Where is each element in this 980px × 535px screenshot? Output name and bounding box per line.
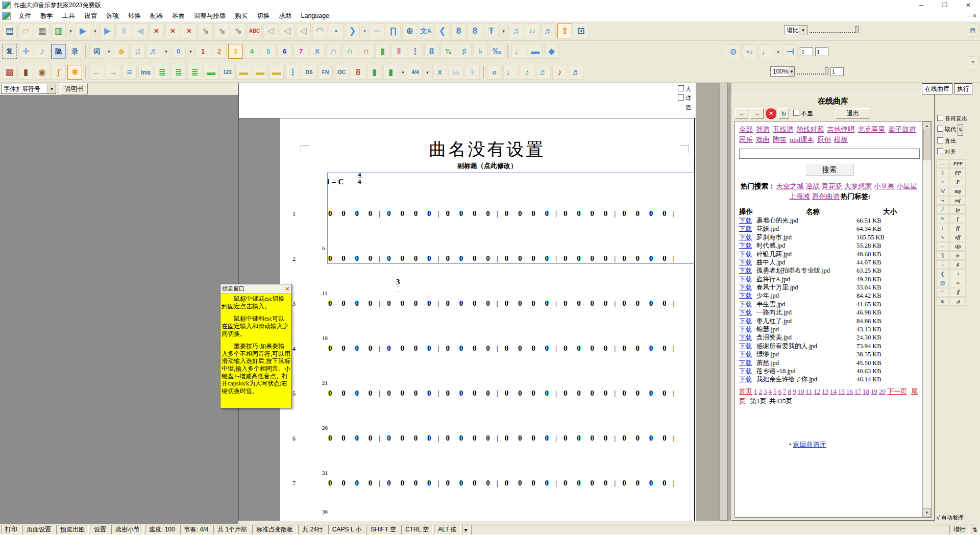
- dynamics-button[interactable]: PP: [950, 168, 966, 177]
- palette-button[interactable]: ❮: [936, 270, 949, 278]
- download-link[interactable]: 下载: [739, 266, 756, 275]
- measure[interactable]: 0 0 0 0|: [446, 209, 498, 218]
- forward-dropdown-icon[interactable]: ▾: [361, 23, 368, 38]
- measure[interactable]: 0 0 0 0|: [387, 299, 439, 308]
- nav-forward-icon[interactable]: →: [750, 108, 764, 119]
- fermata-dropdown-icon[interactable]: ▾: [500, 23, 507, 38]
- tie-end-icon[interactable]: ⊣: [783, 44, 798, 59]
- category-link[interactable]: 架子鼓谱: [889, 126, 916, 133]
- download-link[interactable]: 下载: [739, 275, 756, 284]
- clef8-icon[interactable]: 8: [424, 44, 439, 59]
- dash-yellow3-icon[interactable]: ▬: [269, 65, 284, 80]
- download-link[interactable]: 下载: [739, 367, 756, 376]
- palette-button[interactable]: ¬: [936, 196, 949, 205]
- dynamics-button[interactable]: mf: [950, 196, 966, 205]
- mini-panel-icon[interactable]: ▤: [967, 23, 979, 37]
- song-title[interactable]: 曲名没有设置: [280, 138, 694, 161]
- sax-icon[interactable]: ʃ: [51, 65, 66, 80]
- mixer-icon[interactable]: ▥: [51, 23, 66, 38]
- select-block2-icon[interactable]: ⇘: [214, 23, 229, 38]
- show-lines-icon[interactable]: ≡: [122, 65, 137, 80]
- diamond-note-icon[interactable]: ◆: [544, 44, 559, 59]
- dynamics-button[interactable]: f: [950, 214, 966, 223]
- digit-6-icon[interactable]: 6: [277, 44, 292, 59]
- sixteenth-note-icon[interactable]: ♬: [536, 65, 551, 80]
- separator[interactable]: [483, 66, 484, 79]
- dynamics-button[interactable]: fp: [950, 205, 966, 214]
- pager-page-link[interactable]: 17: [854, 387, 861, 395]
- maximize-button[interactable]: ☐: [933, 0, 957, 10]
- download-link[interactable]: 下载: [739, 317, 756, 326]
- play-icon[interactable]: ▶: [76, 23, 90, 38]
- measure[interactable]: 0 0 0 0|: [622, 344, 674, 353]
- flat-icon[interactable]: ♭: [473, 44, 488, 59]
- open-folder-icon[interactable]: ▱: [18, 23, 33, 38]
- slur2-icon[interactable]: ∩: [342, 44, 357, 59]
- measure[interactable]: 0 0 0 0|: [505, 389, 557, 398]
- hot-search-link[interactable]: 上海滩: [790, 192, 811, 200]
- dynamics-button[interactable]: ⊿: [950, 297, 966, 306]
- scale-slider[interactable]: [810, 27, 859, 33]
- zoom-combo[interactable]: 100%▼: [770, 66, 795, 77]
- drum-icon[interactable]: ▩: [2, 65, 17, 80]
- delete-measure-icon[interactable]: ×: [165, 23, 180, 38]
- download-link[interactable]: 下载: [739, 233, 756, 242]
- download-link[interactable]: 下载: [739, 225, 756, 233]
- download-link[interactable]: 下载: [739, 325, 756, 334]
- download-link[interactable]: 下载: [739, 375, 756, 384]
- measure[interactable]: 0 0 0 0|: [622, 389, 674, 398]
- notes-dropdown-icon[interactable]: ▾: [163, 44, 169, 59]
- beamed-note-icon[interactable]: ♬: [541, 23, 556, 38]
- download-link[interactable]: 下载: [739, 291, 756, 300]
- category-link[interactable]: 吉他弹唱: [827, 126, 855, 133]
- status-dropdown-icon[interactable]: ▾: [462, 525, 470, 534]
- option-checkbox[interactable]: 直出 ⇅: [937, 136, 980, 147]
- view-option[interactable]: 详: [678, 93, 691, 103]
- natural-pct-icon[interactable]: ‰: [489, 44, 504, 59]
- dynamics-button[interactable]: sff: [950, 233, 966, 241]
- sixteenth-notes-icon[interactable]: ♬: [146, 44, 161, 59]
- dynamics-button[interactable]: ff: [950, 224, 966, 232]
- sharp-icon[interactable]: ♯: [457, 44, 472, 59]
- view-option[interactable]: 值: [678, 103, 691, 112]
- nav-stop-icon[interactable]: ✕: [766, 108, 776, 119]
- menu-item[interactable]: 界面: [167, 10, 189, 21]
- pager-page-link[interactable]: 9: [793, 387, 796, 395]
- dynamics-button[interactable]: tr: [950, 251, 966, 260]
- play-dropdown-icon[interactable]: ▾: [92, 23, 99, 38]
- scrollbar-thumb[interactable]: [923, 130, 930, 160]
- palette-button[interactable]: ▤: [936, 279, 949, 287]
- digit-3-icon[interactable]: 3: [228, 44, 243, 59]
- digit-7-icon[interactable]: 7: [293, 44, 308, 59]
- scroll-up-icon[interactable]: ▲: [923, 121, 931, 130]
- scroll-down-icon[interactable]: ▼: [923, 508, 931, 517]
- palette-button[interactable]: §: [936, 251, 949, 260]
- download-link[interactable]: 下载: [739, 250, 756, 259]
- digit-x-icon[interactable]: X: [310, 44, 325, 59]
- record-icon[interactable]: 录: [67, 44, 82, 59]
- pager-page-link[interactable]: 12: [814, 387, 820, 395]
- voice-input[interactable]: 1: [800, 47, 813, 56]
- palette-button[interactable]: ○: [936, 178, 949, 186]
- keyboard-icon[interactable]: ▦: [35, 23, 50, 38]
- measure[interactable]: 0 0 0 0|: [505, 479, 557, 488]
- segno8-icon[interactable]: 8: [351, 65, 365, 80]
- chevron-down-icon[interactable]: ▼: [789, 67, 794, 76]
- forward-icon[interactable]: ❯: [345, 23, 360, 38]
- status-item[interactable]: 标准点变散板: [252, 525, 297, 534]
- quarter2-icon[interactable]: ♩: [758, 44, 773, 59]
- manual-button[interactable]: 说明书: [60, 83, 88, 94]
- dynamics-button[interactable]: PPP: [950, 159, 966, 168]
- category-link[interactable]: 简线对照: [797, 126, 824, 133]
- lyrics-dropdown-icon[interactable]: ▾: [106, 44, 112, 59]
- quarter-note-icon[interactable]: ♩: [511, 44, 526, 59]
- status-item[interactable]: 疏密小节: [111, 525, 144, 534]
- note-pair-icon[interactable]: ♫: [508, 23, 523, 38]
- prev-icon[interactable]: ←: [89, 65, 104, 80]
- bar-dropdown-icon[interactable]: ▾: [400, 65, 406, 80]
- measure[interactable]: 0 0 0 0|: [622, 479, 674, 488]
- digit-0-icon[interactable]: 0: [171, 44, 186, 59]
- menu-item[interactable]: Language: [297, 10, 334, 21]
- hide-icon[interactable]: 隐: [51, 44, 66, 59]
- dash-yellow2-icon[interactable]: ▬: [253, 65, 267, 80]
